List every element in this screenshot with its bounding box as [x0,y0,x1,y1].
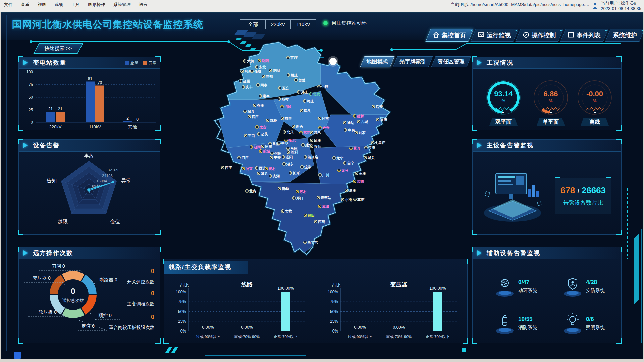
station-marker-五公[interactable]: 五公 [278,86,289,90]
station-marker-流常[interactable]: 流常 [301,165,311,169]
station-marker-阜兴[interactable]: 阜兴 [344,128,355,132]
menu-item-视图[interactable]: 视图 [34,0,50,9]
station-marker-门庄[interactable]: 门庄 [238,156,249,160]
nav-tab-系统维护[interactable]: 系统维护 [605,29,643,42]
menu-item-查看[interactable]: 查看 [17,0,34,9]
map-tab-光字牌索引[interactable]: 光字牌索引 [393,56,433,67]
station-marker-北只[interactable]: 北只 [283,130,294,134]
station-marker-西苑[interactable]: 西苑 [314,220,325,224]
station-marker-沱阳[interactable]: 沱阳 [269,68,280,72]
nav-tab-事件列表[interactable]: 事件列表 [560,29,608,42]
station-marker-大营[interactable]: 大营 [281,209,292,213]
aux-item-消防系统[interactable]: 10/55消防系统 [494,311,554,338]
menu-item-文件[interactable]: 文件 [0,0,17,9]
station-marker-深县[interactable]: 深县 [244,109,255,113]
station-marker-冀南[interactable]: 冀南 [354,197,365,201]
station-marker-中华[interactable]: 中华 [278,141,289,145]
station-marker-蒲城[interactable]: 蒲城 [251,69,262,73]
station-marker-官厅[interactable]: 官厅 [287,56,298,60]
station-marker-赵雨[interactable]: 赵雨 [250,145,261,149]
station-marker-唐奉[interactable]: 唐奉 [259,94,270,98]
station-marker-建桥[interactable]: 建桥 [353,114,364,118]
station-marker-安北[interactable]: 安北 [255,65,266,69]
station-marker-饶阳[interactable]: 饶阳 [258,59,269,63]
station-marker-放城[interactable]: 放城 [318,204,329,208]
menu-item-选项[interactable]: 选项 [50,0,67,9]
station-marker-肃临[interactable]: 肃临 [353,179,364,183]
station-marker-于安[interactable]: 于安 [270,156,281,160]
station-marker-辰时[interactable]: 辰时 [278,97,289,101]
station-marker-西王[interactable]: 西王 [221,166,232,170]
taskbar-chip[interactable] [14,352,21,359]
station-marker-恒盛[interactable]: 恒盛 [261,144,272,148]
station-marker-武邑[interactable]: 武邑 [310,131,321,135]
station-marker-金寺[interactable]: 金寺 [319,126,330,130]
station-marker-北代[interactable]: 北代 [309,92,320,96]
station-marker-何庄[interactable]: 何庄 [271,151,281,155]
station-marker-景县[interactable]: 景县 [350,146,361,150]
station-marker-苏正[interactable]: 苏正 [300,131,311,135]
station-marker-前城[interactable]: 前城 [259,149,270,153]
station-marker-补宜[interactable]: 补宜 [242,167,253,171]
station-marker-夏庄[interactable]: 夏庄 [345,188,356,192]
station-marker-冀县[interactable]: 冀县 [257,171,268,175]
station-marker-衡水[interactable]: 衡水 [285,138,296,142]
voltage-filter-220kV[interactable]: 220kV [265,19,290,29]
map-tab-责任区管理[interactable]: 责任区管理 [431,56,471,67]
nav-tab-运行监视[interactable]: 运行监视 [470,29,518,42]
station-marker-胜利[interactable]: 胜利 [287,150,298,154]
station-marker-网都[interactable]: 网都 [262,74,273,78]
station-marker-西沙[interactable]: 西沙 [255,166,266,170]
station-marker-龙华[interactable]: 龙华 [333,156,344,160]
station-marker-小屯[interactable]: 小屯 [341,198,353,202]
station-marker-留楚[interactable]: 留楚 [294,78,306,82]
station-marker-前营[interactable]: 前营 [281,116,292,120]
station-marker-旧城[interactable]: 旧城 [281,105,292,109]
menu-item-图形操作[interactable]: 图形操作 [84,0,109,9]
station-marker-长乐[interactable]: 长乐 [289,171,300,175]
station-marker-杨村[interactable]: 杨村 [265,167,276,171]
aux-item-安防系统[interactable]: 4/28安防系统 [562,274,622,301]
station-marker-新华[interactable]: 新华 [278,187,289,191]
station-marker-邱庄[interactable]: 邱庄 [310,138,321,142]
station-marker-庆丰[interactable]: 庆丰 [242,85,253,89]
aux-item-动环系统[interactable]: 0/47动环系统 [494,274,554,301]
nav-tab-操作控制[interactable]: 操作控制 [515,29,563,42]
aux-item-照明系统[interactable]: 0/6照明系统 [562,311,622,338]
ring-station-indicator[interactable]: 何庄集控站动环 [323,20,367,26]
station-marker-崔庙[interactable]: 崔庙 [376,118,387,122]
station-marker-梅庄[interactable]: 梅庄 [303,99,314,103]
station-marker-刘家[interactable]: 刘家 [355,131,366,135]
station-marker-王庄[interactable]: 王庄 [355,171,366,175]
station-marker-龙马[interactable]: 龙马 [338,168,348,172]
station-marker-苏村[interactable]: 苏村 [296,190,307,194]
station-marker-滏阳[interactable]: 滏阳 [282,155,293,159]
station-marker-古城[interactable]: 古城 [357,120,368,124]
station-marker-郑口[interactable]: 郑口 [292,196,303,200]
station-marker-湖东[interactable]: 湖东 [283,162,294,166]
map-tab-地图模式[interactable]: 地图模式 [360,56,395,67]
station-marker-同泰[interactable]: 同泰 [257,83,268,87]
station-marker-兴旺[interactable]: 兴旺 [310,144,321,149]
station-marker-北内[interactable]: 北内 [246,189,256,193]
station-marker-郭西[interactable]: 郭西 [241,69,252,73]
station-marker-新头[interactable]: 新头 [292,124,303,128]
menu-item-系统管理[interactable]: 系统管理 [109,0,135,9]
station-marker-中旺[interactable]: 中旺 [318,85,329,89]
station-marker-后安[interactable]: 后安 [372,105,383,109]
station-marker-码头[interactable]: 码头 [300,109,311,113]
station-marker-大何[interactable]: 大何 [243,59,254,63]
station-marker-太古[interactable]: 太古 [256,125,267,129]
menu-item-工具[interactable]: 工具 [67,0,84,9]
station-marker-孙庄[interactable]: 孙庄 [297,90,308,94]
quick-search-button[interactable]: 快速搜索 >> [33,43,83,54]
station-marker-滨湖[interactable]: 滨湖 [269,174,280,178]
station-marker-齐庄[interactable]: 齐庄 [253,103,264,107]
station-marker-台辛[interactable]: 台辛 [343,161,355,165]
station-marker-公头[interactable]: 公头 [257,132,268,136]
station-marker-官庄[interactable]: 官庄 [248,115,259,119]
station-marker-姚庄[interactable]: 姚庄 [287,73,298,77]
voltage-filter-全部[interactable]: 全部 [240,19,265,29]
station-marker-广川[interactable]: 广川 [319,173,329,177]
station-marker-怀甫[interactable]: 怀甫 [318,116,329,120]
